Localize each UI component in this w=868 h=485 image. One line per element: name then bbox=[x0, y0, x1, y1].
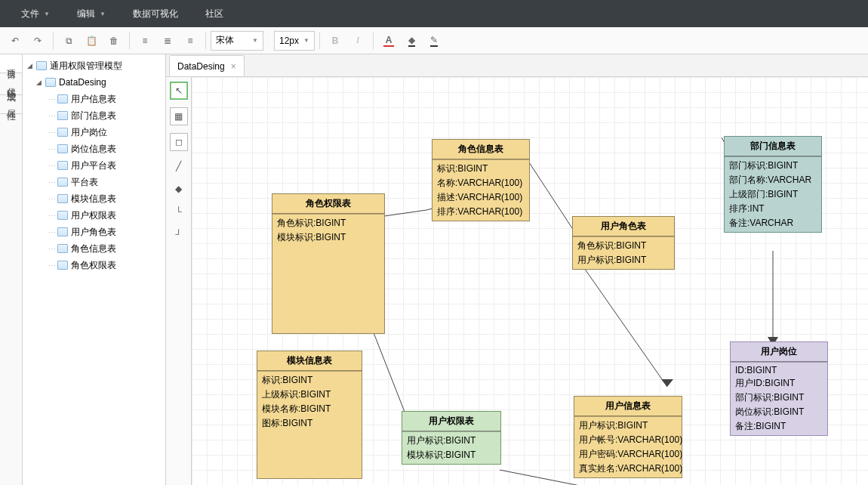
fontcolor-button[interactable]: A bbox=[378, 30, 399, 51]
tree-item[interactable]: ⋯角色信息表 bbox=[24, 240, 164, 257]
tree-item[interactable]: ⋯用户岗位 bbox=[24, 124, 164, 141]
menu-community[interactable]: 社区 bbox=[192, 0, 237, 27]
chevron-down-icon: ▼ bbox=[252, 37, 258, 44]
tree-item[interactable]: ⋯用户信息表 bbox=[24, 91, 164, 107]
separator bbox=[205, 32, 206, 49]
tree-item[interactable]: ⋯岗位信息表 bbox=[24, 141, 164, 157]
entity-user-permission[interactable]: 用户权限表 用户标识:BIGINT 模块标识:BIGINT bbox=[402, 411, 501, 465]
elbow-line-tool[interactable]: └ bbox=[170, 204, 188, 219]
field: 用户标识:BIGINT bbox=[573, 253, 674, 267]
entity-user-post[interactable]: 用户岗位 ID:BIGINT 用户ID:BIGINT 部门标识:BIGINT 岗… bbox=[730, 341, 828, 436]
tree-dots: ⋯ bbox=[48, 162, 55, 170]
field: 排序:VARCHAR(100) bbox=[432, 205, 529, 219]
tree-item[interactable]: ⋯角色权限表 bbox=[24, 257, 164, 273]
fontsize-select[interactable]: 12px ▼ bbox=[274, 31, 315, 51]
tree-dots: ⋯ bbox=[48, 212, 55, 220]
align-center-button[interactable]: ≣ bbox=[157, 30, 178, 51]
menu-edit[interactable]: 编辑▼ bbox=[63, 0, 119, 27]
entity-title: 用户岗位 bbox=[731, 342, 827, 362]
tree-item[interactable]: ⋯模块信息表 bbox=[24, 190, 164, 207]
field: 排序:INT bbox=[725, 202, 821, 216]
tree-root[interactable]: ◢ 通用权限管理模型 bbox=[24, 57, 164, 74]
pointer-tool[interactable]: ↖ bbox=[170, 82, 188, 100]
close-icon[interactable]: × bbox=[231, 61, 236, 72]
tree-design[interactable]: ◢ DataDesing bbox=[24, 74, 164, 91]
copy-button[interactable]: ⧉ bbox=[58, 30, 79, 51]
menu-file[interactable]: 文件▼ bbox=[8, 0, 63, 27]
align-left-button[interactable]: ≡ bbox=[134, 30, 155, 51]
tree-dots: ⋯ bbox=[48, 145, 55, 153]
entity-user-info[interactable]: 用户信息表 用户标识:BIGINT 用户帐号:VARCHAR(100) 用户密码… bbox=[574, 396, 682, 478]
tree-item-label: 角色权限表 bbox=[71, 259, 116, 272]
field: 部门名称:VARCHAR bbox=[725, 173, 821, 187]
chevron-down-icon: ▼ bbox=[44, 11, 50, 17]
entity-fields: 角色标识:BIGINT 用户标识:BIGINT bbox=[573, 236, 674, 269]
tree-item[interactable]: ⋯部门信息表 bbox=[24, 107, 164, 124]
table-icon bbox=[57, 178, 68, 187]
align-right-button[interactable]: ≡ bbox=[180, 30, 201, 51]
font-select[interactable]: 宋体 ▼ bbox=[211, 31, 263, 51]
tree-item[interactable]: ⋯用户权限表 bbox=[24, 207, 164, 224]
field: 模块标识:BIGINT bbox=[272, 230, 384, 245]
rail-tab-codegen[interactable]: 代码生成 bbox=[0, 73, 22, 95]
tree-item-label: 用户权限表 bbox=[71, 209, 116, 222]
table-icon bbox=[57, 244, 68, 253]
project-tree[interactable]: ◢ 通用权限管理模型 ◢ DataDesing ⋯用户信息表⋯部门信息表⋯用户岗… bbox=[23, 54, 166, 485]
entity-user-role[interactable]: 用户角色表 角色标识:BIGINT 用户标识:BIGINT bbox=[572, 216, 675, 270]
field: 部门标识:BIGINT bbox=[725, 159, 821, 173]
tree-item[interactable]: ⋯平台表 bbox=[24, 174, 164, 190]
field: 部门标识:BIGINT bbox=[731, 391, 827, 405]
rail-tab-props[interactable]: 属性 bbox=[0, 95, 22, 114]
fillcolor-button[interactable]: ◆ bbox=[401, 30, 422, 51]
expand-icon[interactable]: ◢ bbox=[36, 79, 45, 86]
paste-button[interactable]: 📋 bbox=[81, 30, 102, 51]
entity-title: 用户权限表 bbox=[402, 412, 500, 431]
entity-tool[interactable]: ▦ bbox=[170, 107, 188, 125]
entity-module[interactable]: 模块信息表 标识:BIGINT 上级标识:BIGINT 模块名称:BIGINT … bbox=[257, 351, 362, 479]
font-select-label: 宋体 bbox=[216, 34, 234, 47]
marker-icon: ✎ bbox=[430, 35, 438, 47]
entity-fields: 部门标识:BIGINT 部门名称:VARCHAR 上级部门:BIGINT 排序:… bbox=[725, 156, 821, 232]
redo-button[interactable]: ↷ bbox=[27, 30, 48, 51]
delete-button[interactable]: 🗑 bbox=[103, 30, 125, 51]
elbow-line-tool-2[interactable]: ┘ bbox=[170, 227, 188, 242]
undo-button[interactable]: ↶ bbox=[5, 30, 26, 51]
menu-dataviz-label: 数据可视化 bbox=[133, 8, 178, 20]
table-icon bbox=[57, 94, 68, 103]
document-tabbar: DataDesing × bbox=[166, 54, 868, 77]
entity-role-permission[interactable]: 角色权限表 角色标识:BIGINT 模块标识:BIGINT bbox=[272, 193, 385, 334]
tree-item[interactable]: ⋯用户平台表 bbox=[24, 157, 164, 174]
tree-dots: ⋯ bbox=[48, 195, 55, 203]
bold-button[interactable]: B bbox=[325, 30, 346, 51]
line-tool[interactable]: ╱ bbox=[170, 159, 188, 174]
entity-role-info[interactable]: 角色信息表 标识:BIGINT 名称:VARCHAR(100) 描述:VARCH… bbox=[432, 139, 530, 221]
field: 用户密码:VARCHAR(100) bbox=[574, 447, 682, 462]
highlight-button[interactable]: ✎ bbox=[423, 30, 445, 51]
tree-design-label: DataDesing bbox=[59, 77, 106, 88]
field: 用户标识:BIGINT bbox=[574, 419, 682, 433]
doctab-label: DataDesing bbox=[177, 61, 225, 72]
diagram-canvas[interactable]: 角色权限表 角色标识:BIGINT 模块标识:BIGINT 角色信息表 标识:B… bbox=[192, 77, 868, 485]
diagram-icon bbox=[45, 78, 56, 87]
menu-dataviz[interactable]: 数据可视化 bbox=[119, 0, 192, 27]
tree-item[interactable]: ⋯用户角色表 bbox=[24, 224, 164, 240]
tree-dots: ⋯ bbox=[48, 95, 55, 103]
field: 模块标识:BIGINT bbox=[402, 448, 500, 462]
italic-button[interactable]: I bbox=[347, 30, 368, 51]
field: 标识:BIGINT bbox=[432, 162, 529, 176]
entity-title: 角色信息表 bbox=[432, 140, 529, 159]
chevron-down-icon: ▼ bbox=[303, 37, 309, 44]
doctab-datadesing[interactable]: DataDesing × bbox=[169, 55, 245, 76]
tree-item-label: 部门信息表 bbox=[71, 110, 116, 122]
separator bbox=[373, 32, 374, 49]
table-icon bbox=[57, 161, 68, 170]
field: ID:BIGINT bbox=[731, 364, 827, 376]
field: 角色标识:BIGINT bbox=[573, 239, 674, 253]
rail-tab-project[interactable]: 项目 bbox=[0, 54, 22, 73]
diamond-line-tool[interactable]: ◆ bbox=[170, 181, 188, 196]
expand-icon[interactable]: ◢ bbox=[27, 62, 36, 70]
entity-department[interactable]: 部门信息表 部门标识:BIGINT 部门名称:VARCHAR 上级部门:BIGI… bbox=[724, 136, 822, 233]
entity-fields: 用户标识:BIGINT 模块标识:BIGINT bbox=[402, 431, 500, 464]
note-tool[interactable]: ◻ bbox=[170, 133, 188, 151]
entity-fields: ID:BIGINT 用户ID:BIGINT 部门标识:BIGINT 岗位标识:B… bbox=[731, 362, 827, 435]
